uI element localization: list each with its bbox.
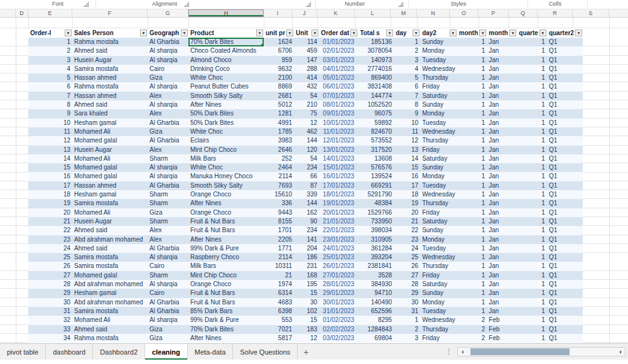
cell[interactable]: 8 (394, 100, 420, 109)
cell[interactable]: 6 (394, 82, 420, 91)
cell[interactable]: Almond Choco (188, 56, 264, 65)
cell[interactable]: 13 (28, 146, 72, 154)
cell[interactable]: 09/01/2023 (319, 109, 358, 118)
cell[interactable]: 1 (517, 334, 547, 343)
alignment-dialog-launcher-icon[interactable] (306, 2, 311, 7)
cell[interactable]: 1 (517, 289, 547, 297)
cell[interactable]: Monday (420, 235, 457, 244)
cell[interactable]: Q1 (547, 163, 583, 172)
column-header-cell[interactable]: Geograph▾ (148, 28, 188, 38)
cell[interactable]: 2774016 (358, 65, 394, 73)
cell[interactable]: Q1 (547, 127, 583, 136)
cell[interactable]: Q1 (547, 38, 583, 46)
cell[interactable]: 168 (294, 271, 319, 280)
scroll-right-icon[interactable] (616, 348, 625, 356)
column-header-J[interactable]: J (292, 9, 317, 17)
cell[interactable]: 393204 (358, 253, 394, 262)
cell[interactable]: Ahmed said (72, 226, 148, 235)
cell[interactable]: Jan (487, 92, 517, 100)
cell[interactable]: 2464 (264, 163, 294, 172)
cell[interactable]: Giza (148, 334, 188, 343)
sheet-tab-dashboard[interactable]: dashboard (46, 344, 93, 360)
cell[interactable]: Rahma mostafa (72, 38, 148, 46)
cell[interactable]: 19 (28, 199, 72, 208)
cell[interactable]: Mohamed galal (72, 136, 148, 145)
cell[interactable]: 462 (294, 127, 319, 136)
cell[interactable]: Q1 (547, 334, 583, 343)
cell[interactable]: 139524 (358, 172, 394, 181)
cell[interactable]: 824670 (358, 127, 394, 136)
cell[interactable]: 07/01/2023 (319, 92, 358, 100)
column-header-cell[interactable]: month▾ (487, 28, 517, 38)
cell[interactable]: 1 (457, 235, 487, 244)
cell[interactable]: Samira mostafa (72, 253, 148, 262)
cell[interactable]: Jan (487, 38, 517, 46)
cell[interactable]: Al Gharbia (148, 38, 188, 46)
cell[interactable]: Jan (487, 190, 517, 199)
cell[interactable]: 15 (294, 316, 319, 324)
cell[interactable]: 1 (517, 235, 547, 244)
cell[interactable]: 195 (294, 280, 319, 289)
cell[interactable]: Mohamed Ali (72, 316, 148, 324)
cell[interactable]: 27 (394, 271, 420, 280)
cell[interactable]: 15610 (264, 190, 294, 199)
active-cell[interactable]: 70% Dark Bites (188, 38, 264, 46)
cell[interactable]: 69804 (358, 334, 394, 343)
cell[interactable]: 2 (457, 325, 487, 334)
cell[interactable]: Samira mostafa (72, 262, 148, 270)
cell[interactable]: Smooth Sliky Salty (188, 181, 264, 190)
cell[interactable]: 5 (394, 73, 420, 82)
cell[interactable]: 1 (457, 280, 487, 289)
cell[interactable]: 1 (457, 46, 487, 55)
cell[interactable]: 30 (28, 298, 72, 307)
column-header-F[interactable]: F (72, 9, 148, 17)
sheet-tab-meta-data[interactable]: Meta-data (188, 344, 234, 360)
cell[interactable]: Wednesday (420, 65, 457, 73)
cell[interactable]: 99% Dark & Pure (188, 244, 264, 253)
cell[interactable]: Al Gharbia (148, 307, 188, 316)
column-header-P[interactable]: P (479, 9, 509, 17)
cell[interactable]: 414 (294, 73, 319, 82)
cell[interactable]: 2 (457, 334, 487, 343)
cell[interactable]: 3 (394, 56, 420, 65)
cell[interactable]: Q1 (547, 307, 583, 316)
column-header-cell[interactable]: Unit▾ (294, 28, 319, 38)
cell[interactable]: 23 (28, 235, 72, 244)
cell[interactable]: 120 (294, 146, 319, 154)
cell[interactable]: Jan (487, 298, 517, 307)
cell[interactable]: 1 (457, 307, 487, 316)
filter-dropdown-button[interactable]: ▾ (140, 29, 147, 36)
column-header-D[interactable]: D (16, 9, 28, 17)
cell[interactable]: 141 (294, 235, 319, 244)
cell[interactable]: 5817 (264, 334, 294, 343)
cell[interactable]: 2646 (264, 146, 294, 154)
cell[interactable]: Q1 (547, 325, 583, 334)
cell[interactable]: Q1 (547, 217, 583, 226)
cell[interactable]: Q1 (547, 154, 583, 163)
filter-dropdown-button[interactable]: ▾ (539, 29, 546, 36)
cell[interactable]: 31 (28, 307, 72, 316)
cell[interactable]: 2681 (264, 92, 294, 100)
cell[interactable]: Thursday (420, 136, 457, 145)
cell[interactable]: 1 (517, 253, 547, 262)
cell[interactable]: Q1 (547, 172, 583, 181)
cell[interactable]: Q1 (547, 73, 583, 82)
cell[interactable]: 12 (294, 334, 319, 343)
cell[interactable]: 1 (457, 208, 487, 217)
cell[interactable]: Mohamed galal (72, 172, 148, 181)
cell[interactable]: 1 (457, 119, 487, 127)
column-header-G[interactable]: G (148, 9, 188, 17)
cell[interactable]: Q1 (547, 46, 583, 55)
cell[interactable]: 29 (28, 289, 72, 297)
cell[interactable]: Q1 (547, 271, 583, 280)
cell[interactable]: 140973 (358, 56, 394, 65)
cell[interactable]: 1 (457, 109, 487, 118)
column-header-O[interactable]: O (450, 9, 479, 17)
cell[interactable]: 1785 (264, 127, 294, 136)
sheet-tab-solve-questions[interactable]: Solve Questions (233, 344, 298, 360)
cell[interactable]: 7 (28, 92, 72, 100)
cell[interactable]: Milk Bars (188, 154, 264, 163)
cell[interactable]: 398034 (358, 226, 394, 235)
column-header-cell[interactable]: quarte▾ (517, 28, 547, 38)
cell[interactable]: 90 (294, 217, 319, 226)
